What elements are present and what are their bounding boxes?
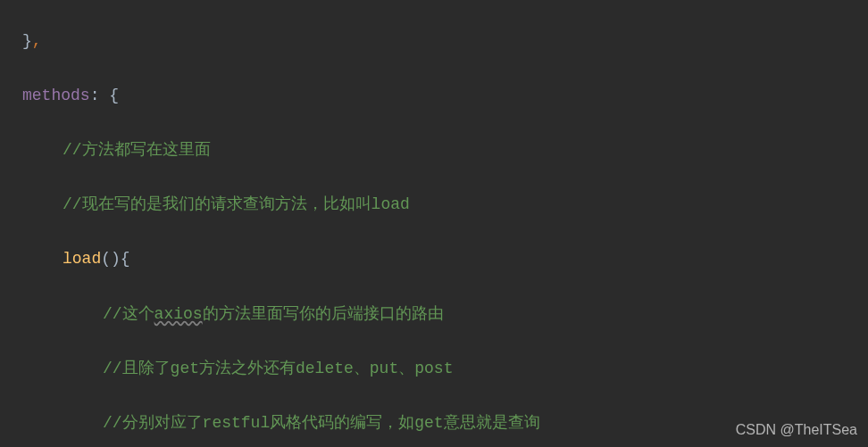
keyword-methods: methods [22, 87, 90, 104]
brace: } [22, 32, 32, 50]
method-load: load [63, 250, 101, 268]
code-line: }, [22, 28, 868, 55]
comment-pre: //这个 [103, 305, 154, 323]
watermark: CSDN @TheITSea [736, 418, 857, 442]
comment: //方法都写在这里面 [63, 141, 211, 159]
comment: //且除了get方法之外还有delete、put、post [103, 360, 453, 377]
colon: : [90, 87, 110, 104]
code-line: load(){ [22, 245, 868, 273]
code-line: //方法都写在这里面 [22, 137, 868, 164]
code-line: //现在写的是我们的请求查询方法，比如叫load [22, 191, 868, 219]
comma: , [32, 32, 42, 50]
brace: { [109, 87, 119, 104]
code-editor[interactable]: }, methods: { //方法都写在这里面 //现在写的是我们的请求查询方… [0, 0, 868, 447]
code-line: //这个axios的方法里面写你的后端接口的路由 [22, 301, 868, 328]
comment: //现在写的是我们的请求查询方法，比如叫load [63, 195, 410, 213]
comment-post: 的方法里面写你的后端接口的路由 [203, 305, 444, 323]
comment: //分别对应了restful风格代码的编写，如get意思就是查询 [103, 414, 540, 432]
code-line: methods: { [22, 82, 868, 110]
code-line: //且除了get方法之外还有delete、put、post [22, 355, 868, 383]
brace: { [121, 250, 130, 268]
comment-axios: axios [154, 305, 203, 323]
parens: () [101, 250, 121, 268]
